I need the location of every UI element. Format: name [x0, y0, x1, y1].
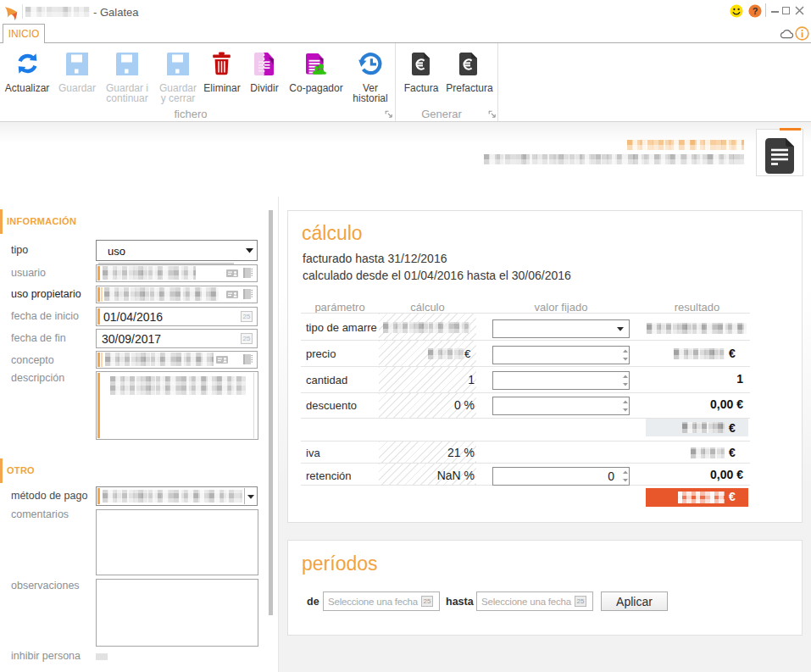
- svg-text:?: ?: [753, 6, 758, 16]
